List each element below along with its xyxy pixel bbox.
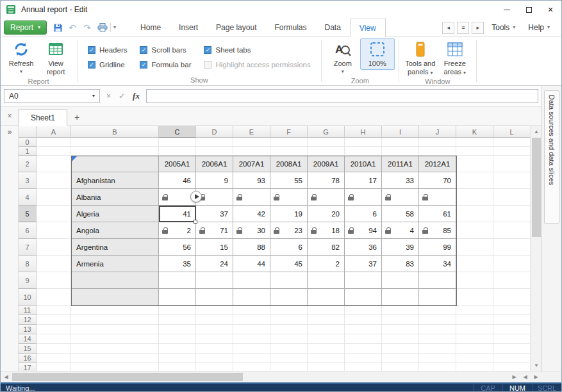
value-cell-E4[interactable] [233, 189, 270, 206]
value-cell-G4[interactable] [308, 189, 345, 206]
tab-page-layout[interactable]: Page layout [207, 19, 265, 37]
checkbox-formula-bar[interactable]: ✓Formula bar [140, 61, 191, 69]
cell-F17[interactable] [270, 363, 308, 371]
value-cell-E5[interactable]: 42 [233, 206, 270, 222]
value-cell-E6[interactable]: 30 [233, 222, 270, 239]
expand-panel-button[interactable]: » [1, 126, 19, 138]
table-empty-cell-F9[interactable] [270, 272, 308, 289]
year-header-cell-E2[interactable]: 2007A1 [233, 156, 270, 172]
cell-K11[interactable] [456, 306, 493, 315]
cell-J0[interactable] [419, 138, 456, 147]
cell-D1[interactable] [196, 147, 233, 156]
cell-I12[interactable] [382, 315, 419, 325]
cell-C0[interactable] [159, 138, 196, 147]
cell-K7[interactable] [456, 239, 493, 256]
table-empty-cell-B10[interactable] [71, 289, 159, 306]
cell-A17[interactable] [37, 363, 71, 371]
table-empty-cell-J10[interactable] [419, 289, 456, 306]
column-header-B[interactable]: B [71, 126, 159, 138]
value-cell-J7[interactable]: 99 [419, 239, 456, 256]
row-header-3[interactable]: 3 [19, 172, 37, 189]
play-button[interactable] [190, 191, 202, 202]
cell-H13[interactable] [345, 325, 382, 334]
cell-E0[interactable] [233, 138, 270, 147]
cell-I15[interactable] [382, 344, 419, 354]
cell-K4[interactable] [456, 189, 493, 206]
row-header-8[interactable]: 8 [19, 256, 37, 272]
cell-F11[interactable] [270, 306, 308, 315]
cell-E1[interactable] [233, 147, 270, 156]
column-header-H[interactable]: H [345, 126, 382, 138]
cell-F0[interactable] [270, 138, 308, 147]
cell-D17[interactable] [196, 363, 233, 371]
value-cell-H5[interactable]: 6 [345, 206, 382, 222]
table-empty-cell-E10[interactable] [233, 289, 270, 306]
value-cell-D3[interactable]: 9 [196, 172, 233, 189]
cell-F13[interactable] [270, 325, 308, 334]
value-cell-D8[interactable]: 24 [196, 256, 233, 272]
year-header-cell-J2[interactable]: 2012A1 [419, 156, 456, 172]
cell-L1[interactable] [493, 147, 530, 156]
table-empty-cell-H9[interactable] [345, 272, 382, 289]
cell-H11[interactable] [345, 306, 382, 315]
value-cell-G8[interactable]: 2 [308, 256, 345, 272]
maximize-button[interactable] [518, 1, 540, 19]
cell-L10[interactable] [493, 289, 530, 306]
cell-K5[interactable] [456, 206, 493, 222]
cell-K8[interactable] [456, 256, 493, 272]
cell-I1[interactable] [382, 147, 419, 156]
cell-I0[interactable] [382, 138, 419, 147]
row-header-12[interactable]: 12 [19, 315, 37, 325]
cell-G14[interactable] [308, 334, 345, 344]
checkbox-box-sheet-tabs[interactable]: ✓ [204, 46, 211, 54]
scroll-down-button[interactable]: ▼ [531, 360, 542, 371]
add-sheet-button[interactable]: + [67, 108, 87, 126]
data-sources-panel-tab[interactable]: Data sources and data slices [544, 90, 559, 224]
print-split-button[interactable]: ▾ [95, 23, 119, 32]
value-cell-I5[interactable]: 58 [382, 206, 419, 222]
print-dropdown-icon[interactable]: ▾ [113, 25, 116, 30]
tab-data[interactable]: Data [316, 19, 350, 37]
value-cell-I6[interactable]: 4 [382, 222, 419, 239]
cell-F12[interactable] [270, 315, 308, 325]
cell-B14[interactable] [71, 334, 159, 344]
column-header-D[interactable]: D [196, 126, 233, 138]
cell-B11[interactable] [71, 306, 159, 315]
table-empty-cell-H10[interactable] [345, 289, 382, 306]
value-cell-H4[interactable] [345, 189, 382, 206]
column-header-J[interactable]: J [419, 126, 456, 138]
cell-F16[interactable] [270, 354, 308, 363]
cell-E17[interactable] [233, 363, 270, 371]
checkbox-box-formula-bar[interactable]: ✓ [140, 61, 147, 69]
cell-L0[interactable] [493, 138, 530, 147]
cell-J13[interactable] [419, 325, 456, 334]
cell-G17[interactable] [308, 363, 345, 371]
table-corner-cell[interactable] [71, 156, 159, 172]
cell-B1[interactable] [71, 147, 159, 156]
help-menu[interactable]: Help ▾ [523, 23, 555, 32]
country-cell-angola[interactable]: Angola [71, 222, 159, 239]
sheet-prev-button[interactable]: ◀ [520, 372, 531, 383]
tab-formulas[interactable]: Formulas [265, 19, 315, 37]
cell-F15[interactable] [270, 344, 308, 354]
value-cell-J6[interactable]: 85 [419, 222, 456, 239]
row-header-6[interactable]: 6 [19, 222, 37, 239]
cell-K3[interactable] [456, 172, 493, 189]
zoom-button[interactable]: A Zoom▾ [326, 38, 360, 76]
cell-G1[interactable] [308, 147, 345, 156]
row-header-4[interactable]: 4 [19, 189, 37, 206]
cell-G0[interactable] [308, 138, 345, 147]
cell-A4[interactable] [37, 189, 71, 206]
table-empty-cell-I9[interactable] [382, 272, 419, 289]
cell-L9[interactable] [493, 272, 530, 289]
row-header-9[interactable]: 9 [19, 272, 37, 289]
table-empty-cell-G9[interactable] [308, 272, 345, 289]
table-empty-cell-G10[interactable] [308, 289, 345, 306]
row-header-16[interactable]: 16 [19, 354, 37, 363]
checkbox-box-gridline[interactable]: ✓ [88, 61, 95, 69]
tools-and-panels-button[interactable]: Tools and panels▾ [403, 38, 438, 78]
name-box-dropdown-icon[interactable]: ▾ [92, 94, 95, 99]
cell-H17[interactable] [345, 363, 382, 371]
cell-K15[interactable] [456, 344, 493, 354]
view-report-button[interactable]: View report [38, 38, 73, 78]
